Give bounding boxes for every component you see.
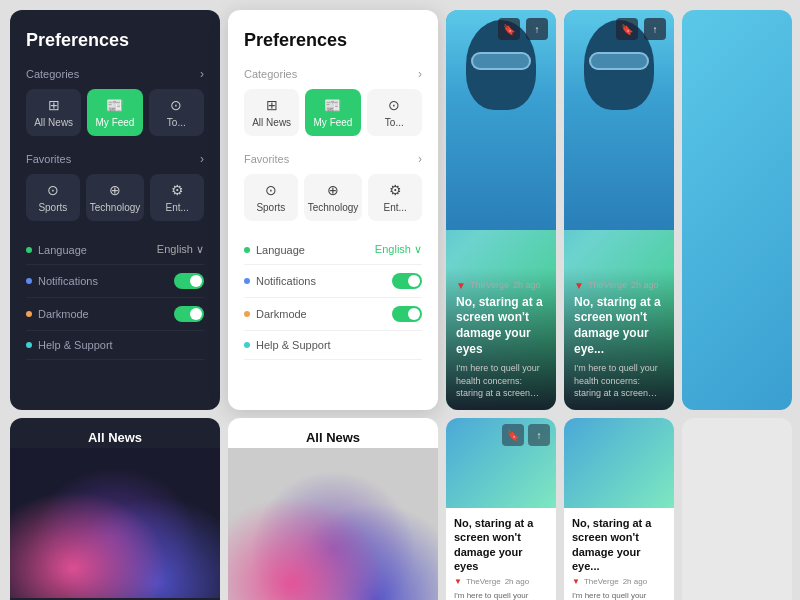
tech-btn-light[interactable]: ⊕ Technology [304, 174, 363, 221]
tech-icon-light: ⊕ [327, 182, 339, 198]
article-source-1: ▼ TheVerge 2h ago [456, 280, 546, 291]
article-img-1: 🔖 ↑ [446, 418, 556, 508]
language-row-dark[interactable]: Language English ∨ [26, 235, 204, 265]
allnews-btn-dark[interactable]: ⊞ All News [26, 89, 81, 136]
article-body-3: I'm here to quell your health concerns: … [454, 590, 548, 600]
myfeed-btn-dark[interactable]: 📰 My Feed [87, 89, 142, 136]
myfeed-btn-light[interactable]: 📰 My Feed [305, 89, 360, 136]
share-btn-1[interactable]: ↑ [526, 18, 548, 40]
article-portrait-panel-1: 🔖 ↑ ▼ TheVerge 2h ago No, staring at a s… [446, 10, 556, 410]
article-body-2: I'm here to quell your health concerns: … [574, 362, 664, 400]
favorites-row-light: ⊙ Sports ⊕ Technology ⚙ Ent... [244, 174, 422, 221]
glasses-2 [589, 52, 649, 70]
categories-section-light: Categories › [244, 67, 422, 81]
ent-btn-dark[interactable]: ⚙ Ent... [150, 174, 204, 221]
allnews-icon-dark: ⊞ [48, 97, 60, 113]
panel-5 [682, 10, 792, 410]
ent-btn-light[interactable]: ⚙ Ent... [368, 174, 422, 221]
category-row-dark: ⊞ All News 📰 My Feed ⊙ To... [26, 89, 204, 136]
dark-prefs-title: Preferences [26, 30, 204, 51]
allnews-panel-light: All News [228, 418, 438, 600]
portrait-silhouette-1 [446, 10, 556, 230]
top-icon-light: ⊙ [388, 97, 400, 113]
verge-dot-3: ▼ [454, 577, 462, 586]
ent-icon-light: ⚙ [389, 182, 402, 198]
light-preferences-panel: Preferences Categories › ⊞ All News 📰 My… [228, 10, 438, 410]
article-source-3: ▼ TheVerge 2h ago [454, 577, 548, 586]
article-overlay-2: ▼ TheVerge 2h ago No, staring at a scree… [564, 268, 674, 410]
categories-chevron-dark[interactable]: › [200, 67, 204, 81]
allnews-panel-dark: All News [10, 418, 220, 600]
smoke-visual-light [228, 448, 438, 600]
light-prefs-title: Preferences [244, 30, 422, 51]
article-actions-2: 🔖 ↑ [616, 18, 666, 40]
categories-chevron-light[interactable]: › [418, 67, 422, 81]
article-source-4: ▼ TheVerge 2h ago [572, 577, 666, 586]
article-title-1: No, staring at a screen won't damage you… [456, 295, 546, 357]
smoke-visual-dark [10, 448, 220, 598]
categories-section-dark: Categories › [26, 67, 204, 81]
darkmode-row-light[interactable]: Darkmode [244, 298, 422, 331]
myfeed-icon-light: 📰 [324, 97, 341, 113]
darkmode-row-dark[interactable]: Darkmode [26, 298, 204, 331]
article-title-3: No, staring at a screen won't damage you… [454, 516, 548, 573]
bookmark-btn-3[interactable]: 🔖 [502, 424, 524, 446]
allnews-title-dark: All News [10, 418, 220, 457]
notifications-row-dark[interactable]: Notifications [26, 265, 204, 298]
sports-icon-light: ⊙ [265, 182, 277, 198]
article-portrait-panel-2: 🔖 ↑ ▼ TheVerge 2h ago No, staring at a s… [564, 10, 674, 410]
favorites-section-light: Favorites › [244, 152, 422, 166]
article-img-2 [564, 418, 674, 508]
verge-dot-2: ▼ [574, 280, 584, 291]
favorites-section-dark: Favorites › [26, 152, 204, 166]
notifications-row-light[interactable]: Notifications [244, 265, 422, 298]
article-actions-1: 🔖 ↑ [498, 18, 548, 40]
article-bottom-panel-2: No, staring at a screen won't damage you… [564, 418, 674, 600]
top-btn-dark[interactable]: ⊙ To... [149, 89, 204, 136]
article-body-1: I'm here to quell your health concerns: … [456, 362, 546, 400]
sports-icon-dark: ⊙ [47, 182, 59, 198]
tech-btn-dark[interactable]: ⊕ Technology [86, 174, 145, 221]
share-btn-2[interactable]: ↑ [644, 18, 666, 40]
favorites-row-dark: ⊙ Sports ⊕ Technology ⚙ Ent... [26, 174, 204, 221]
ent-icon-dark: ⚙ [171, 182, 184, 198]
myfeed-icon-dark: 📰 [106, 97, 123, 113]
allnews-btn-light[interactable]: ⊞ All News [244, 89, 299, 136]
article-bottom-panel-1: 🔖 ↑ No, staring at a screen won't damage… [446, 418, 556, 600]
article-body-4: I'm here to quell your health concerns: … [572, 590, 666, 600]
glasses-1 [471, 52, 531, 70]
article-overlay-1: ▼ TheVerge 2h ago No, staring at a scree… [446, 268, 556, 410]
share-btn-3[interactable]: ↑ [528, 424, 550, 446]
top-btn-light[interactable]: ⊙ To... [367, 89, 422, 136]
article-title-2: No, staring at a screen won't damage you… [574, 295, 664, 357]
language-value-light: English ∨ [375, 243, 422, 256]
verge-dot-4: ▼ [572, 577, 580, 586]
article-content-3: No, staring at a screen won't damage you… [446, 508, 556, 600]
help-row-light[interactable]: Help & Support [244, 331, 422, 360]
bookmark-btn-2[interactable]: 🔖 [616, 18, 638, 40]
favorites-chevron-light[interactable]: › [418, 152, 422, 166]
bookmark-btn-1[interactable]: 🔖 [498, 18, 520, 40]
article-source-2: ▼ TheVerge 2h ago [574, 280, 664, 291]
language-row-light[interactable]: Language English ∨ [244, 235, 422, 265]
verge-dot-1: ▼ [456, 280, 466, 291]
portrait-silhouette-2 [564, 10, 674, 230]
favorites-chevron-dark[interactable]: › [200, 152, 204, 166]
notifications-toggle-light[interactable] [392, 273, 422, 289]
darkmode-toggle-light[interactable] [392, 306, 422, 322]
language-value-dark: English ∨ [157, 243, 204, 256]
notifications-toggle-dark[interactable] [174, 273, 204, 289]
darkmode-toggle-dark[interactable] [174, 306, 204, 322]
allnews-icon-light: ⊞ [266, 97, 278, 113]
panel-11 [682, 418, 792, 600]
help-row-dark[interactable]: Help & Support [26, 331, 204, 360]
category-row-light: ⊞ All News 📰 My Feed ⊙ To... [244, 89, 422, 136]
allnews-title-light: All News [228, 418, 438, 457]
sports-btn-light[interactable]: ⊙ Sports [244, 174, 298, 221]
top-icon-dark: ⊙ [170, 97, 182, 113]
sports-btn-dark[interactable]: ⊙ Sports [26, 174, 80, 221]
article-content-4: No, staring at a screen won't damage you… [564, 508, 674, 600]
article-title-4: No, staring at a screen won't damage you… [572, 516, 666, 573]
tech-icon-dark: ⊕ [109, 182, 121, 198]
dark-preferences-panel: Preferences Categories › ⊞ All News 📰 My… [10, 10, 220, 410]
